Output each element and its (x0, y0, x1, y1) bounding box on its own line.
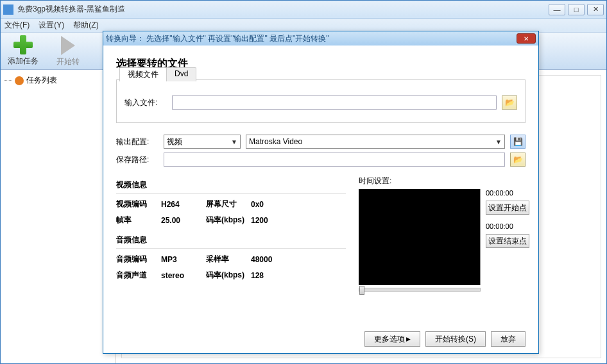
output-type-value: 视频 (167, 136, 182, 147)
browse-input-button[interactable]: 📂 (502, 95, 517, 110)
menu-file[interactable]: 文件(F) (4, 20, 30, 31)
menu-help[interactable]: 帮助(Z) (73, 20, 98, 31)
sample-rate-label: 采样率 (206, 254, 251, 265)
channels-label: 音频声道 (116, 270, 161, 281)
video-info-title: 视频信息 (116, 179, 346, 194)
folder-open-icon: 📂 (513, 155, 523, 164)
disk-icon: 💾 (513, 137, 523, 146)
output-format-value: Matroska Video (249, 137, 302, 146)
tab-video-file[interactable]: 视频文件 (119, 67, 167, 81)
abort-button[interactable]: 放弃 (491, 331, 526, 347)
chevron-right-icon: ▶ (406, 336, 411, 342)
input-file-field[interactable] (172, 95, 497, 110)
set-start-button[interactable]: 设置开始点 (486, 201, 529, 215)
fps-value: 25.00 (161, 216, 206, 225)
vbitrate-value: 1200 (251, 216, 289, 225)
input-file-group: 视频文件 Dvd 输入文件: 📂 (116, 79, 526, 123)
screen-size-label: 屏幕尺寸 (206, 199, 251, 210)
abitrate-value: 128 (251, 271, 289, 280)
minimize-button[interactable]: — (549, 4, 565, 15)
app-icon (3, 4, 13, 15)
start-convert-dialog-button[interactable]: 开始转换(S) (425, 331, 486, 347)
audio-info-title: 音频信息 (116, 235, 346, 249)
browse-save-path-button[interactable]: 📂 (510, 153, 526, 167)
format-settings-button[interactable]: 💾 (510, 135, 526, 149)
save-path-label: 保存路径: (116, 154, 158, 165)
dialog-titlebar: 转换向导： 先选择"输入文件" 再设置"输出配置" 最后点"开始转换" ✕ (103, 31, 538, 46)
sidebar: 任务列表 (1, 70, 116, 363)
menu-settings[interactable]: 设置(Y) (38, 20, 64, 31)
output-type-combo[interactable]: 视频 ▼ (164, 135, 241, 149)
output-config-label: 输出配置: (116, 136, 158, 147)
end-time-value: 00:00:00 (486, 222, 513, 230)
window-controls: — □ ✕ (549, 4, 604, 15)
screen-size-value: 0x0 (251, 200, 289, 209)
start-convert-label: 开始转 (56, 56, 80, 67)
add-task-button[interactable]: 添加任务 (7, 35, 39, 67)
task-list-label: 任务列表 (26, 75, 57, 86)
video-preview (359, 189, 481, 285)
window-title: 免费3gp视频转换器-黑鲨鱼制造 (17, 4, 549, 15)
dialog-close-button[interactable]: ✕ (517, 33, 536, 44)
wizard-dialog: 转换向导： 先选择"输入文件" 再设置"输出配置" 最后点"开始转换" ✕ 选择… (103, 31, 539, 354)
add-task-label: 添加任务 (8, 56, 38, 67)
preview-column: 时间设置: 00:00:00 设置开始点 00:00:00 设置结束点 (359, 176, 526, 292)
dialog-footer: 更多选项▶ 开始转换(S) 放弃 (364, 331, 526, 347)
time-settings-label: 时间设置: (359, 176, 526, 186)
abitrate-label: 码率(kbps) (206, 270, 251, 281)
sample-rate-value: 48000 (251, 255, 289, 264)
folder-open-icon: 📂 (505, 98, 515, 107)
time-slider[interactable] (359, 288, 481, 292)
play-icon (61, 36, 75, 55)
channels-value: stereo (161, 271, 206, 280)
chevron-down-icon: ▼ (231, 138, 237, 145)
input-file-label: 输入文件: (124, 97, 167, 108)
dialog-title: 转换向导： 先选择"输入文件" 再设置"输出配置" 最后点"开始转换" (106, 33, 517, 44)
video-codec-value: H264 (161, 200, 206, 209)
slider-thumb[interactable] (359, 286, 364, 295)
start-convert-button[interactable]: 开始转 (52, 35, 84, 67)
titlebar: 免费3gp视频转换器-黑鲨鱼制造 — □ ✕ (1, 1, 606, 19)
dialog-body: 选择要转的文件 视频文件 Dvd 输入文件: 📂 输出配置: 视频 ▼ Matr… (103, 46, 538, 298)
task-list-node[interactable]: 任务列表 (4, 75, 112, 86)
tab-row: 视频文件 Dvd (119, 67, 196, 81)
output-format-combo[interactable]: Matroska Video ▼ (246, 135, 505, 149)
audio-codec-label: 音频编码 (116, 254, 161, 265)
close-button[interactable]: ✕ (587, 4, 604, 15)
set-end-button[interactable]: 设置结束点 (486, 234, 529, 248)
save-path-field[interactable] (164, 153, 505, 167)
tab-dvd[interactable]: Dvd (166, 67, 196, 81)
plus-icon (12, 35, 34, 54)
video-codec-label: 视频编码 (116, 199, 161, 210)
tree-connector (4, 80, 12, 81)
more-options-button[interactable]: 更多选项▶ (364, 331, 420, 347)
start-time-value: 00:00:00 (486, 189, 513, 197)
chevron-down-icon: ▼ (495, 138, 502, 145)
folder-icon (15, 76, 24, 85)
audio-codec-value: MP3 (161, 255, 206, 264)
maximize-button[interactable]: □ (568, 4, 585, 15)
vbitrate-label: 码率(kbps) (206, 215, 251, 226)
media-info: 视频信息 视频编码 H264 屏幕尺寸 0x0 帧率 25.00 码率(kbps… (116, 176, 346, 292)
fps-label: 帧率 (116, 215, 161, 226)
